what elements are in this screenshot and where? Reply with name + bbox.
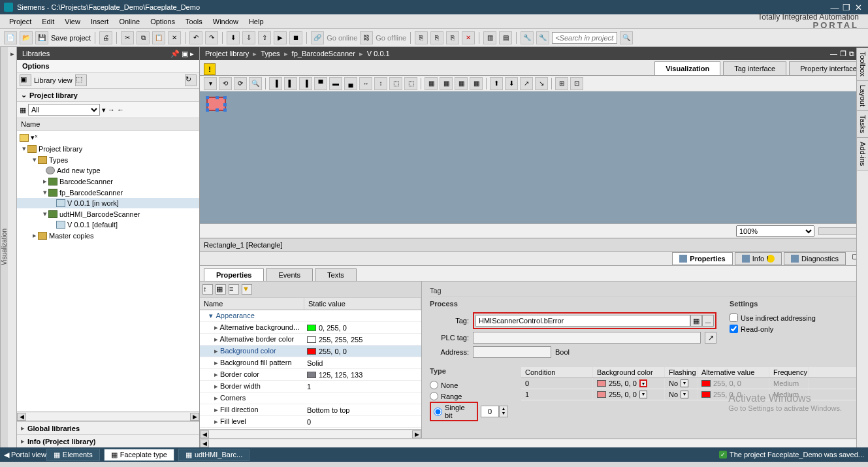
- pg-sort-icon[interactable]: ↕: [202, 284, 213, 295]
- task-elements[interactable]: ▦Elements: [46, 449, 100, 461]
- et-back-icon[interactable]: ⬇: [505, 77, 518, 90]
- tree-v001-default[interactable]: V 0.0.1 [default]: [17, 219, 199, 230]
- menu-edit[interactable]: Edit: [37, 16, 59, 27]
- split-v-icon[interactable]: ▤: [499, 31, 512, 44]
- bit-spin-icon[interactable]: ▲▼: [499, 406, 508, 417]
- tree-types[interactable]: ▾Types: [17, 154, 199, 165]
- menu-help[interactable]: Help: [244, 16, 269, 27]
- rtab-layout[interactable]: Layout: [857, 81, 868, 111]
- expand-left-icon[interactable]: ▸: [8, 47, 17, 447]
- et-x1-icon[interactable]: ▦: [425, 77, 438, 90]
- flashing-dropdown-icon[interactable]: ▾: [681, 391, 688, 398]
- tree-master-copies[interactable]: ▸Master copies: [17, 230, 199, 241]
- new-icon[interactable]: 📄: [4, 31, 17, 44]
- tree-filter-row[interactable]: ▾ˣ: [17, 132, 199, 143]
- tree-add-new-type[interactable]: Add new type: [17, 165, 199, 176]
- readonly-checkbox[interactable]: [730, 325, 738, 333]
- tab-bottom-properties[interactable]: Properties: [672, 252, 732, 265]
- lib-hscroll[interactable]: ◀▶: [17, 411, 199, 421]
- plc-tag-input[interactable]: [473, 332, 701, 344]
- et-al-m-icon[interactable]: ▬: [329, 77, 342, 90]
- et-same-w-icon[interactable]: ⬚: [389, 77, 402, 90]
- warning-icon[interactable]: !: [204, 63, 216, 75]
- tab-bottom-info[interactable]: Info!: [735, 252, 782, 265]
- pg-row[interactable]: ▸ Background fill patternSolid: [200, 357, 421, 369]
- pg-row[interactable]: ▸ Background color255, 0, 0: [200, 346, 421, 357]
- libview-refresh-icon[interactable]: ↻: [185, 74, 197, 86]
- rtab-addins[interactable]: Add-ins: [857, 138, 868, 170]
- et-al-b-icon[interactable]: ▄: [344, 77, 357, 90]
- print-icon[interactable]: 🖨: [99, 31, 112, 44]
- bc-2[interactable]: fp_BarcodeScanner: [292, 50, 355, 57]
- tb-e-icon[interactable]: 🔧: [521, 31, 534, 44]
- pg-row[interactable]: ▸ Fill level0: [200, 416, 421, 428]
- portal-view-button[interactable]: ◀ Portal view: [4, 451, 46, 459]
- bc-3[interactable]: V 0.0.1: [367, 50, 390, 57]
- pg-filter-icon[interactable]: ▼: [242, 284, 252, 295]
- undo-icon[interactable]: ↶: [189, 31, 202, 44]
- et-zoom-icon[interactable]: 🔍: [249, 77, 262, 90]
- pg-row[interactable]: ▸ Border color125, 125, 133: [200, 369, 421, 381]
- rtab-tasks[interactable]: Tasks: [857, 111, 868, 138]
- libview-toggle-icon[interactable]: ▣: [20, 74, 31, 86]
- info-project-library-header[interactable]: ▸Info (Project library): [17, 434, 199, 447]
- filter-d-icon[interactable]: ←: [117, 106, 124, 114]
- lib-menu-icon[interactable]: ▣: [182, 50, 188, 58]
- filter-a-icon[interactable]: ▦: [20, 106, 26, 114]
- go-offline-button[interactable]: Go offline: [376, 34, 406, 42]
- menu-options[interactable]: Options: [145, 16, 180, 27]
- lib-collapse-icon[interactable]: ▸: [190, 50, 194, 58]
- et-x3-icon[interactable]: ▦: [455, 77, 468, 90]
- design-canvas[interactable]: [200, 91, 868, 223]
- global-libraries-header[interactable]: ▸Global libraries: [17, 421, 199, 434]
- et-dist-v-icon[interactable]: ↕: [374, 77, 387, 90]
- pg-list-icon[interactable]: ≡: [229, 284, 239, 295]
- indirect-checkbox[interactable]: [730, 314, 738, 322]
- tree-v001-inwork[interactable]: V 0.0.1 [in work]: [17, 198, 199, 208]
- editor-restore-icon[interactable]: ⧉: [849, 50, 854, 58]
- restore-button[interactable]: ❐: [841, 3, 852, 12]
- et-fwd-icon[interactable]: ↗: [520, 77, 533, 90]
- et-al-t-icon[interactable]: ▀: [314, 77, 327, 90]
- tab-bottom-diagnostics[interactable]: Diagnostics: [784, 252, 846, 265]
- bit-number-input[interactable]: [481, 406, 499, 417]
- ptab-events[interactable]: Events: [266, 268, 313, 281]
- tb-d-icon[interactable]: ✕: [462, 31, 475, 44]
- project-search[interactable]: [552, 32, 617, 44]
- tree-root[interactable]: ▾Project library: [17, 143, 199, 154]
- tab-tag-interface[interactable]: Tag interface: [723, 61, 786, 75]
- bc-1[interactable]: Types: [261, 50, 280, 57]
- simulate-icon[interactable]: ▶: [274, 31, 287, 44]
- editor-max-icon[interactable]: ❐: [840, 50, 846, 58]
- save-project-label[interactable]: Save project: [51, 34, 91, 42]
- ptab-texts[interactable]: Texts: [315, 268, 357, 281]
- et-group-icon[interactable]: ⟳: [234, 77, 247, 90]
- project-library-header[interactable]: ⌄Project library: [17, 89, 199, 102]
- go-online-button[interactable]: Go online: [327, 34, 357, 42]
- copy-icon[interactable]: ⧉: [137, 31, 150, 44]
- et-select-icon[interactable]: ▾: [204, 77, 217, 90]
- rectangle-1-object[interactable]: [206, 97, 226, 111]
- pg-hscroll[interactable]: ◀▶: [200, 429, 421, 438]
- editor-min-icon[interactable]: —: [830, 50, 837, 58]
- address-input[interactable]: [473, 346, 551, 358]
- paste-icon[interactable]: 📋: [152, 31, 165, 44]
- menu-project[interactable]: Project: [4, 16, 37, 27]
- task-faceplate[interactable]: ▦Faceplate type: [104, 449, 174, 461]
- type-none-radio[interactable]: [430, 381, 438, 389]
- pg-row[interactable]: ▸ Border width1: [200, 381, 421, 393]
- menu-view[interactable]: View: [59, 16, 86, 27]
- condition-row[interactable]: 0 255, 0, 0 ▾ No ▾ 255, 0, 0 Medium: [521, 378, 860, 389]
- pg-row[interactable]: ▸ Corners: [200, 393, 421, 404]
- filter-select[interactable]: All: [28, 104, 100, 116]
- task-udt[interactable]: ▦udtHMI_Barc...: [178, 449, 249, 461]
- connect-icon[interactable]: 🔗: [311, 31, 324, 44]
- tb-c-icon[interactable]: ⎘: [446, 31, 459, 44]
- tag-browse-icon[interactable]: ...: [702, 315, 714, 327]
- pg-row[interactable]: ▸ Alternative border color255, 255, 255: [200, 334, 421, 346]
- lib-pin-icon[interactable]: 📌: [170, 50, 180, 58]
- et-same-h-icon[interactable]: ⬚: [404, 77, 417, 90]
- plc-tag-goto-icon[interactable]: ↗: [705, 332, 716, 344]
- flashing-dropdown-icon[interactable]: ▾: [681, 379, 688, 387]
- type-single-bit-radio[interactable]: [434, 408, 442, 416]
